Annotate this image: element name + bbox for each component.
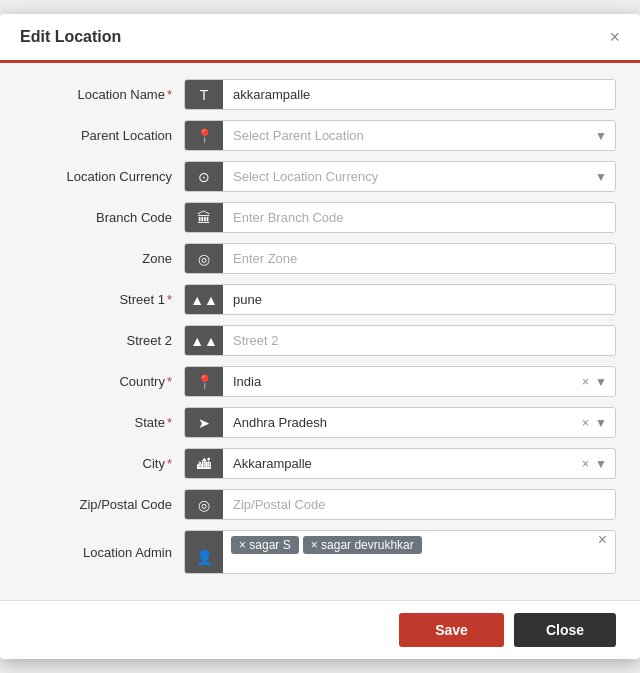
street2-label: Street 2 [24,333,184,348]
city-label: City* [24,456,184,471]
zone-input[interactable] [223,244,615,273]
tag-label: × sagar devrukhkar [311,538,414,552]
location-currency-row: Location Currency ⊙ Select Location Curr… [24,161,616,192]
street1-input-group: ▲▲ [184,284,616,315]
branch-code-input-group: 🏛 [184,202,616,233]
parent-location-select-wrapper: Select Parent Location ▼ [223,121,615,150]
street1-label: Street 1* [24,292,184,307]
street1-row: Street 1* ▲▲ [24,284,616,315]
street2-row: Street 2 ▲▲ [24,325,616,356]
admin-label: Location Admin [24,545,184,560]
tag-label: × sagar S [239,538,291,552]
zone-row: Zone ◎ [24,243,616,274]
country-row: Country* 📍 India × ▼ [24,366,616,397]
location-currency-label: Location Currency [24,169,184,184]
modal-body: Location Name* T Parent Location 📍 Selec… [0,63,640,600]
city-arrow: ▼ [595,457,615,471]
location-currency-input-group: ⊙ Select Location Currency ▼ [184,161,616,192]
zip-icon: ◎ [185,490,223,519]
country-clear-button[interactable]: × [576,375,595,389]
state-row: State* ➤ Andhra Pradesh × ▼ [24,407,616,438]
parent-location-label: Parent Location [24,128,184,143]
close-button[interactable]: Close [514,613,616,647]
modal-header: Edit Location × [0,14,640,63]
modal-footer: Save Close [0,600,640,659]
country-input-group: 📍 India × ▼ [184,366,616,397]
city-row: City* 🏙 Akkarampalle × ▼ [24,448,616,479]
admin-tag-sagar-devrukhkar: × sagar devrukhkar [303,536,422,554]
branch-code-input[interactable] [223,203,615,232]
zone-label: Zone [24,251,184,266]
parent-location-arrow: ▼ [595,129,615,143]
street2-icon: ▲▲ [185,326,223,355]
modal-close-button[interactable]: × [609,28,620,46]
admin-tag-sagar-s: × sagar S [231,536,299,554]
country-icon: 📍 [185,367,223,396]
branch-code-label: Branch Code [24,210,184,225]
parent-location-row: Parent Location 📍 Select Parent Location… [24,120,616,151]
branch-code-row: Branch Code 🏛 [24,202,616,233]
branch-icon: 🏛 [185,203,223,232]
location-currency-select-wrapper: Select Location Currency ▼ [223,162,615,191]
country-label: Country* [24,374,184,389]
city-select-wrapper: Akkarampalle × ▼ [223,449,615,478]
save-button[interactable]: Save [399,613,504,647]
zone-icon: ◎ [185,244,223,273]
street1-icon: ▲▲ [185,285,223,314]
state-icon: ➤ [185,408,223,437]
city-select[interactable]: Akkarampalle [223,449,576,478]
state-select-wrapper: Andhra Pradesh × ▼ [223,408,615,437]
text-icon: T [185,80,223,109]
street1-input[interactable] [223,285,615,314]
country-select[interactable]: India [223,367,576,396]
street2-input[interactable] [223,326,615,355]
location-name-label: Location Name* [24,87,184,102]
zone-input-group: ◎ [184,243,616,274]
parent-location-icon: 📍 [185,121,223,150]
modal-title: Edit Location [20,28,121,46]
currency-icon: ⊙ [185,162,223,191]
city-input-group: 🏙 Akkarampalle × ▼ [184,448,616,479]
state-label: State* [24,415,184,430]
zip-input[interactable] [223,490,615,519]
admin-row: Location Admin 👤 × sagar S × sagar devru… [24,530,616,574]
admin-tags-container[interactable]: × sagar S × sagar devrukhkar [223,531,598,559]
state-clear-button[interactable]: × [576,416,595,430]
state-select[interactable]: Andhra Pradesh [223,408,576,437]
zip-row: Zip/Postal Code ◎ [24,489,616,520]
country-arrow: ▼ [595,375,615,389]
country-select-wrapper: India × ▼ [223,367,615,396]
location-currency-select[interactable]: Select Location Currency [223,162,595,191]
state-arrow: ▼ [595,416,615,430]
street2-input-group: ▲▲ [184,325,616,356]
currency-arrow: ▼ [595,170,615,184]
zip-input-group: ◎ [184,489,616,520]
city-clear-button[interactable]: × [576,457,595,471]
location-name-row: Location Name* T [24,79,616,110]
state-input-group: ➤ Andhra Pradesh × ▼ [184,407,616,438]
zip-label: Zip/Postal Code [24,497,184,512]
location-name-input[interactable] [223,80,615,109]
parent-location-input-group: 📍 Select Parent Location ▼ [184,120,616,151]
admin-icon: 👤 [185,531,223,573]
admin-input-group: 👤 × sagar S × sagar devrukhkar × [184,530,616,574]
location-name-input-group: T [184,79,616,110]
parent-location-select[interactable]: Select Parent Location [223,121,595,150]
city-icon: 🏙 [185,449,223,478]
edit-location-modal: Edit Location × Location Name* T Parent … [0,14,640,659]
admin-tags-clear[interactable]: × [598,531,615,549]
